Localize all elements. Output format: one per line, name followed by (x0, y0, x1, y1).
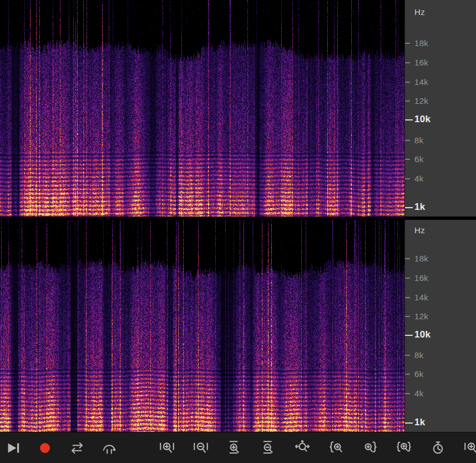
zoom-in-vertical-icon (226, 440, 243, 456)
freq-label-1k: 1k (405, 202, 476, 213)
zoom-brace-left-icon (328, 440, 345, 456)
freq-label-14k: 14k (405, 77, 476, 88)
frequency-ruler-bottom[interactable]: Hz 18k 16k 14k 12k 10k 8k 6k 4k 1k (404, 220, 476, 432)
ruler-tick (405, 278, 410, 279)
zoom-in-time-button[interactable] (154, 436, 180, 460)
zoom-out-full-icon (294, 440, 311, 456)
loop-icon (69, 440, 85, 456)
timer-button[interactable] (424, 436, 451, 460)
ruler-tick (405, 82, 410, 83)
zoom-in-partial-icon (463, 440, 476, 456)
freq-label-8k: 8k (405, 350, 476, 361)
ruler-tick (405, 335, 413, 336)
ruler-tick (405, 374, 410, 375)
freq-label-6k: 6k (405, 369, 476, 380)
zoom-in-at-out-point-button[interactable] (357, 436, 383, 460)
ruler-tick (405, 159, 410, 160)
transport-zoom-toolbar (0, 432, 476, 463)
freq-label-6k: 6k (405, 154, 476, 165)
ruler-tick (405, 316, 410, 317)
clock-icon (429, 440, 446, 456)
freq-label-12k: 12k (405, 311, 476, 322)
ruler-unit-label: Hz (414, 225, 425, 235)
spectrogram-canvas-top[interactable] (0, 0, 404, 217)
freq-label-4k: 4k (405, 173, 476, 184)
ruler-tick (405, 178, 410, 179)
zoom-brace-right-icon (362, 440, 378, 456)
record-button[interactable] (33, 436, 57, 460)
ruler-tick (405, 140, 410, 141)
zoom-in-edge-button[interactable] (458, 436, 476, 460)
freq-label-16k: 16k (405, 273, 476, 284)
ruler-tick (405, 62, 410, 63)
audio-editor-window: Hz 18k 16k 14k 12k 10k 8k 6k 4k 1k Hz 18… (0, 0, 476, 463)
freq-label-18k: 18k (405, 253, 476, 264)
freq-label-1k: 1k (405, 417, 476, 429)
zoom-in-at-in-point-button[interactable] (323, 436, 350, 460)
ruler-tick (405, 393, 410, 394)
loop-playback-button[interactable] (65, 436, 89, 460)
zoom-out-horizontal-icon (193, 440, 209, 456)
zoom-in-horizontal-icon (159, 440, 175, 456)
freq-label-14k: 14k (405, 292, 476, 303)
play-to-end-icon (4, 440, 21, 456)
ruler-tick (405, 100, 410, 102)
zoom-out-amplitude-button[interactable] (255, 436, 282, 460)
freq-label-10k: 10k (405, 114, 476, 125)
ruler-tick (405, 258, 410, 259)
skip-selection-button[interactable] (97, 436, 121, 460)
zoom-in-amplitude-button[interactable] (221, 436, 248, 460)
freq-label-10k: 10k (405, 330, 476, 341)
ruler-tick (405, 119, 413, 120)
ruler-tick (405, 297, 410, 298)
ruler-tick (405, 43, 410, 44)
record-icon (37, 440, 53, 456)
zoom-out-full-button[interactable] (289, 436, 316, 460)
ruler-tick (405, 355, 410, 356)
freq-label-16k: 16k (405, 57, 476, 68)
ruler-tick (405, 207, 413, 208)
skip-selection-icon (101, 440, 118, 456)
freq-label-8k: 8k (405, 135, 476, 146)
zoom-button-group (154, 436, 476, 460)
ruler-unit-label: Hz (414, 7, 425, 17)
zoom-out-vertical-icon (260, 440, 277, 456)
skip-to-next-button[interactable] (1, 436, 25, 460)
zoom-out-time-button[interactable] (188, 436, 214, 460)
transport-button-group (1, 436, 121, 460)
freq-label-4k: 4k (405, 388, 476, 399)
freq-label-12k: 12k (405, 95, 476, 107)
frequency-ruler-top[interactable]: Hz 18k 16k 14k 12k 10k 8k 6k 4k 1k (404, 0, 476, 217)
spectrogram-panel-top: Hz 18k 16k 14k 12k 10k 8k 6k 4k 1k (0, 0, 476, 217)
spectrogram-panel-bottom: Hz 18k 16k 14k 12k 10k 8k 6k 4k 1k (0, 220, 476, 432)
spectrogram-canvas-bottom[interactable] (0, 220, 404, 432)
zoom-to-selection-button[interactable] (391, 436, 417, 460)
zoom-braces-icon (396, 440, 412, 456)
freq-label-18k: 18k (405, 38, 476, 49)
ruler-tick (405, 422, 413, 424)
